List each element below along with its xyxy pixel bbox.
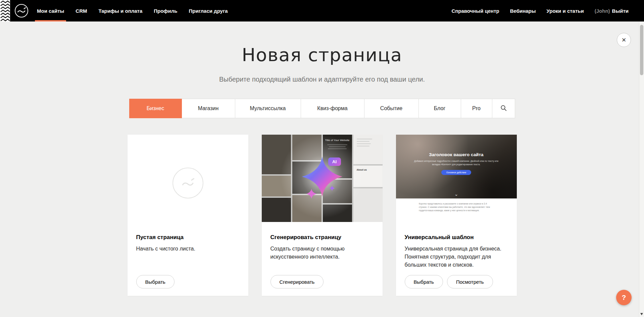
chevron-down-icon: ⌄ — [396, 192, 517, 196]
top-nav: Мои сайты CRM Тарифы и оплата Профиль Пр… — [0, 0, 644, 21]
tab-business[interactable]: Бизнес — [129, 99, 182, 118]
user-name: (John) — [595, 8, 610, 14]
card-content: Сгенерировать страницу Создать страницу … — [262, 222, 383, 261]
nav-item-invite-friend[interactable]: Пригласи друга — [189, 0, 228, 21]
small-sparkle-icon — [306, 189, 316, 199]
card-description: Универсальная страница для бизнеса. Поня… — [405, 245, 508, 269]
template-cover-cta: Основное действие — [441, 170, 472, 175]
template-preview: Заголовок вашего сайта Добавьте интересн… — [396, 135, 517, 222]
secondary-nav: Справочный центр Вебинары Уроки и статьи… — [451, 8, 629, 14]
tilda-tilde-icon — [15, 5, 28, 17]
tab-multilink[interactable]: Мультиссылка — [235, 99, 301, 118]
tab-pro[interactable]: Pro — [461, 99, 492, 118]
tab-store[interactable]: Магазин — [182, 99, 235, 118]
tab-blog[interactable]: Блог — [418, 99, 461, 118]
nav-item-webinars[interactable]: Вебинары — [510, 8, 536, 14]
template-cover-heading: Заголовок вашего сайта — [396, 152, 517, 157]
template-card-ai-generate: Title of Your Website — [262, 135, 383, 296]
card-actions: Выбрать Посмотреть — [405, 275, 493, 288]
nav-item-lessons[interactable]: Уроки и статьи — [547, 8, 584, 14]
card-title: Пустая страница — [136, 234, 240, 241]
page-title: Новая страница — [0, 44, 644, 65]
generate-button[interactable]: Сгенерировать — [270, 275, 324, 288]
card-actions: Сгенерировать — [270, 275, 324, 288]
scrollbar-thumb[interactable] — [640, 25, 643, 75]
ai-collage-preview: Title of Your Website — [262, 135, 383, 222]
search-tab[interactable] — [492, 99, 515, 118]
zigzag-pattern-icon — [0, 0, 10, 21]
help-button[interactable]: ? — [616, 290, 632, 305]
page-subtitle: Выберите подходящий шаблон и адаптируйте… — [0, 76, 644, 83]
nav-item-help-center[interactable]: Справочный центр — [451, 8, 499, 14]
blank-preview — [128, 135, 248, 222]
search-icon — [500, 105, 507, 112]
logout-label: Выйти — [612, 8, 629, 14]
main-nav: Мои сайты CRM Тарифы и оплата Профиль Пр… — [37, 0, 228, 21]
logout-link[interactable]: (John) Выйти — [595, 8, 629, 14]
select-button[interactable]: Выбрать — [405, 275, 443, 288]
template-cards-grid: Пустая страница Начать с чистого листа. … — [128, 135, 517, 296]
tab-quiz-form[interactable]: Квиз-форма — [301, 99, 364, 118]
card-title: Сгенерировать страницу — [270, 234, 374, 241]
nav-item-my-sites[interactable]: Мои сайты — [37, 0, 64, 21]
card-actions: Выбрать — [136, 275, 175, 288]
tilda-watermark-icon — [172, 168, 203, 198]
card-title: Универсальный шаблон — [405, 234, 508, 241]
small-sparkle-icon — [329, 185, 335, 191]
scroll-down-arrow-icon[interactable] — [640, 313, 643, 315]
card-content: Пустая страница Начать с чистого листа. — [128, 222, 248, 253]
preview-button[interactable]: Посмотреть — [447, 275, 493, 288]
template-cover: Заголовок вашего сайта Добавьте интересн… — [396, 135, 517, 198]
close-button[interactable]: ✕ — [617, 33, 631, 47]
template-category-tabs: Бизнес Магазин Мультиссылка Квиз-форма С… — [0, 99, 644, 118]
card-description: Начать с чистого листа. — [136, 245, 240, 253]
template-cover-subtext: Добавьте интересные подробности о вашей … — [413, 160, 500, 166]
template-body-text: Коротко представьтесь и расскажите о ком… — [419, 202, 494, 212]
card-description: Создать страницу с помощью искусственног… — [270, 245, 374, 261]
template-body-section: Коротко представьтесь и расскажите о ком… — [396, 198, 517, 222]
card-content: Универсальный шаблон Универсальная стран… — [396, 222, 517, 269]
template-card-blank: Пустая страница Начать с чистого листа. … — [128, 135, 248, 296]
scrollbar[interactable] — [639, 21, 644, 317]
nav-item-profile[interactable]: Профиль — [154, 0, 177, 21]
select-button[interactable]: Выбрать — [136, 275, 175, 288]
tab-event[interactable]: Событие — [364, 99, 419, 118]
tilda-logo[interactable] — [15, 4, 28, 17]
new-page-dialog: Мои сайты CRM Тарифы и оплата Профиль Пр… — [0, 0, 644, 317]
nav-item-crm[interactable]: CRM — [76, 0, 87, 21]
zigzag-decoration — [0, 0, 10, 21]
template-card-universal: Заголовок вашего сайта Добавьте интересн… — [396, 135, 517, 296]
ai-badge: AI — [328, 157, 341, 166]
nav-item-tariffs[interactable]: Тарифы и оплата — [98, 0, 142, 21]
